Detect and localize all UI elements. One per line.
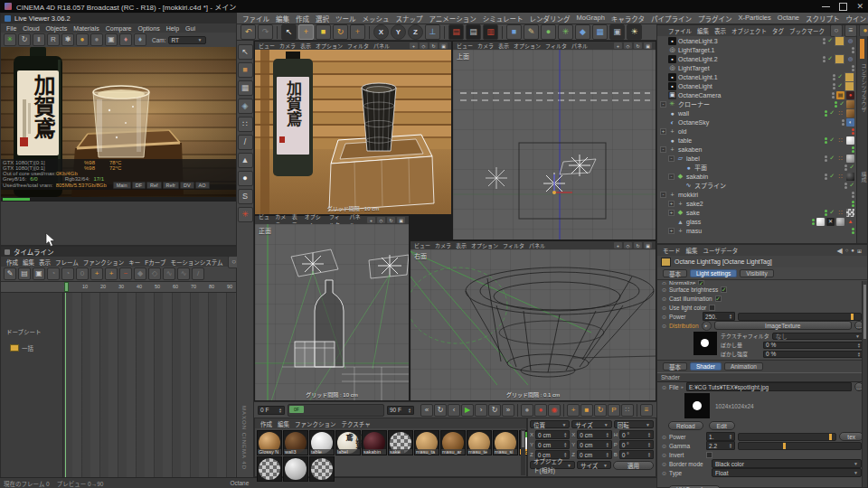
octane-tools-icon[interactable]: ✳	[238, 207, 253, 222]
add-key-icon[interactable]: +	[90, 267, 103, 280]
vp-menu-ビュー[interactable]: ビュー	[259, 42, 275, 50]
object-row-sake[interactable]: +◆sake✓∷	[657, 208, 856, 217]
lighttag-tag[interactable]	[835, 36, 844, 46]
material-masu_te[interactable]: masu_te	[467, 430, 492, 455]
picture-track-icon[interactable]: ▣	[33, 267, 45, 280]
material-scrollbar[interactable]	[521, 429, 525, 475]
object-row-table[interactable]: ●table✓∷	[657, 136, 856, 145]
am-dock-icon[interactable]: ⊞	[857, 248, 862, 254]
timeline-titlebar[interactable]: タイムライン	[1, 247, 236, 257]
record-scale-toggle[interactable]: ■	[580, 404, 593, 417]
timeline-grid[interactable]	[63, 293, 236, 478]
file-path-field[interactable]: E:¥CG Tuts¥TEX¥spotlight.jpg	[686, 382, 852, 391]
enable-check[interactable]: ✓	[827, 55, 833, 62]
menu-選択[interactable]: 選択	[316, 14, 329, 23]
distribution-expand-icon[interactable]: ▸	[702, 321, 712, 331]
am-menu-モード[interactable]: モード	[663, 246, 681, 255]
vp-menu-ビュー[interactable]: ビュー	[457, 42, 473, 50]
delete-key-icon[interactable]: −	[119, 267, 132, 280]
power-slider[interactable]	[738, 313, 862, 321]
live-viewer-titlebar[interactable]: Live Viewer 3.06.2	[1, 14, 236, 23]
orange-tag[interactable]: ∷	[836, 109, 844, 117]
power-field[interactable]: 250.▲▼	[703, 312, 735, 321]
octane-logo-icon[interactable]: ✳	[4, 33, 16, 46]
move-icon[interactable]: +	[298, 24, 314, 40]
am-menu-ユーザデータ[interactable]: ユーザデータ	[703, 246, 739, 255]
mat-menu-編集[interactable]: 編集	[278, 419, 289, 428]
focus-picker-icon[interactable]: ♦	[119, 33, 132, 46]
keyframe-icon[interactable]: ◆	[134, 267, 146, 280]
picture-viewer-icon[interactable]: ▣	[105, 33, 118, 46]
rotate-view-icon[interactable]: ↻	[634, 42, 642, 49]
pan-icon[interactable]: +	[614, 242, 622, 249]
expand-icon[interactable]: -	[660, 192, 666, 198]
y-axis-button[interactable]: Y	[391, 24, 406, 40]
menu-X-Particles[interactable]: X-Particles	[739, 14, 771, 23]
minimize-button[interactable]	[822, 6, 830, 7]
menu-ファイル[interactable]: ファイル	[242, 14, 269, 23]
expand-icon[interactable]: -	[660, 146, 666, 153]
play-button[interactable]: ▶	[461, 404, 474, 417]
coord-X-size-field[interactable]: 0 cm▲▼	[577, 430, 611, 439]
frame-start-field[interactable]: 0 F▲▼	[258, 406, 285, 415]
shader-power-slider[interactable]	[738, 433, 836, 441]
type-select[interactable]: Float▼	[712, 468, 862, 477]
coord-X-pos-field[interactable]: 0 cm▲▼	[535, 430, 570, 439]
expand-icon[interactable]: +	[668, 201, 675, 207]
surface-brightness-checkbox[interactable]: ✓	[721, 286, 727, 293]
object-row-OctaneLight[interactable]: ▪OctaneLight✓	[657, 81, 856, 90]
primitive-cube-icon[interactable]: ■	[506, 24, 522, 40]
enable-check[interactable]: ✓	[839, 100, 844, 108]
viewport-perspective[interactable]: ビューカメラ表示オプションフィルタパネル+◇↻▣	[254, 41, 452, 215]
tab-animation[interactable]: Animation	[724, 362, 763, 371]
pass-AO[interactable]: AO	[195, 182, 210, 189]
add-track-icon[interactable]: +	[105, 267, 118, 280]
key-pencil-icon[interactable]: ✎	[4, 267, 16, 280]
edit-button[interactable]: Edit	[709, 421, 735, 430]
pass-Ref[interactable]: Ref	[146, 182, 162, 189]
vp-menu-オプション[interactable]: オプション	[514, 42, 541, 50]
invert-checkbox[interactable]	[706, 452, 712, 458]
object-row-クローナー[interactable]: -✳クローナー✓	[657, 99, 856, 108]
expand-icon[interactable]: +	[668, 228, 675, 234]
pan-icon[interactable]: +	[367, 217, 375, 223]
subdivision-surface-icon[interactable]: ●	[541, 24, 556, 40]
border-mode-select[interactable]: Black color▼	[712, 459, 862, 468]
enable-check[interactable]: ✓	[849, 164, 854, 171]
enable-check[interactable]: ✓	[827, 37, 833, 44]
record-point-toggle[interactable]: ∷	[621, 404, 634, 417]
menu-アニメーション[interactable]: アニメーション	[429, 14, 476, 23]
expand-icon[interactable]: -	[660, 101, 666, 108]
record-position-toggle[interactable]: +	[567, 404, 580, 417]
lock-resolution-icon[interactable]: ●	[76, 33, 89, 46]
vp-menu-オプション[interactable]: オプション	[316, 42, 343, 50]
object-row-OctaneLight.3[interactable]: ▪OctaneLight.3✓◎	[657, 36, 856, 45]
lv-menu-Help[interactable]: Help	[166, 25, 179, 32]
use-light-color-checkbox[interactable]	[709, 305, 715, 311]
enable-check[interactable]: ✓	[837, 82, 843, 89]
menu-レンダリング[interactable]: レンダリング	[530, 14, 571, 23]
menu-スナップ[interactable]: スナップ	[396, 14, 423, 23]
whitethumb-tag[interactable]	[846, 136, 854, 145]
enable-check[interactable]: ✓	[849, 182, 854, 189]
zoom-icon[interactable]: ◇	[377, 217, 385, 223]
menu-作成[interactable]: 作成	[296, 14, 309, 23]
rotate-view-icon[interactable]: ↻	[387, 217, 395, 223]
material-masu_ar[interactable]: masu_ar	[440, 430, 466, 455]
tl-menu-モーションシステム[interactable]: モーションシステム	[170, 258, 222, 267]
lv-menu-Objects[interactable]: Objects	[46, 25, 68, 32]
tl-menu-作成[interactable]: 作成	[6, 258, 18, 267]
record-rotation-toggle[interactable]: ↻	[594, 404, 607, 417]
track-item[interactable]: 一括	[1, 336, 62, 352]
material-untitled-13[interactable]	[309, 456, 335, 482]
tab-content-browser[interactable]: コンテンツブラウザ	[860, 63, 868, 112]
orange-tag[interactable]: ∷	[836, 155, 844, 163]
close-button[interactable]: ✕	[856, 4, 863, 10]
woodthumb-tag[interactable]	[846, 100, 854, 108]
menu-シミュレート[interactable]: シミュレート	[483, 14, 524, 23]
tab-light-settings[interactable]: Light settings	[690, 269, 737, 277]
image-preview-thumbnail[interactable]	[684, 393, 710, 418]
expand-icon[interactable]: -	[668, 155, 675, 162]
coord-Y-size-field[interactable]: 0 cm▲▼	[577, 440, 611, 449]
vp-menu-ビュー[interactable]: ビュー	[414, 241, 430, 249]
